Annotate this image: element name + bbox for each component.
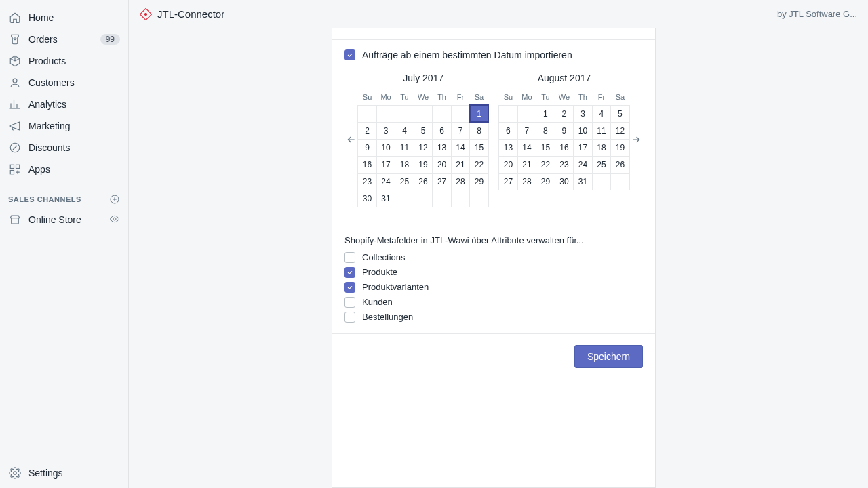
sidebar-item-analytics[interactable]: Analytics — [0, 94, 128, 115]
calendar-day[interactable]: 4 — [395, 122, 414, 139]
calendar-day[interactable]: 24 — [376, 173, 395, 190]
calendar-day[interactable]: 7 — [451, 122, 469, 139]
metafield-option: Produktvarianten — [344, 282, 643, 293]
metafield-checkbox[interactable] — [344, 282, 355, 293]
calendar-day[interactable]: 22 — [536, 156, 555, 173]
calendar-day[interactable]: 13 — [499, 139, 517, 156]
calendar-day[interactable]: 2 — [358, 122, 376, 139]
calendar-day[interactable]: 11 — [592, 122, 610, 139]
metafield-option: Collections — [344, 252, 643, 263]
metafield-label: Kunden — [362, 297, 393, 307]
sidebar-item-apps[interactable]: Apps — [0, 159, 128, 180]
calendar-day[interactable]: 21 — [517, 156, 536, 173]
calendar-day[interactable]: 9 — [555, 122, 574, 139]
calendar-grid-right[interactable]: SuMoTuWeThFrSa12345678910111213141516171… — [498, 89, 629, 190]
calendar-day[interactable]: 30 — [555, 173, 574, 190]
sidebar-item-customers[interactable]: Customers — [0, 72, 128, 94]
calendar-day[interactable]: 12 — [611, 122, 630, 139]
calendar-day[interactable]: 15 — [470, 139, 489, 156]
calendar-day[interactable]: 21 — [451, 156, 469, 173]
calendar-day[interactable]: 13 — [433, 139, 451, 156]
calendar-day[interactable]: 18 — [395, 156, 414, 173]
calendar-day[interactable]: 27 — [499, 173, 517, 190]
calendar-day[interactable]: 8 — [536, 122, 555, 139]
calendar-day[interactable]: 30 — [358, 190, 376, 207]
calendar-day[interactable]: 23 — [358, 173, 376, 190]
calendar-day[interactable]: 24 — [574, 156, 592, 173]
sidebar-item-orders[interactable]: Orders 99 — [0, 28, 128, 50]
calendar-day[interactable]: 19 — [414, 156, 433, 173]
calendar-day[interactable]: 2 — [555, 105, 574, 122]
sidebar-item-discounts[interactable]: Discounts — [0, 137, 128, 159]
svg-point-6 — [113, 218, 116, 220]
calendar-day[interactable]: 5 — [414, 122, 433, 139]
calendar-day[interactable]: 8 — [470, 122, 489, 139]
calendar-day[interactable]: 5 — [611, 105, 630, 122]
sidebar-item-home[interactable]: Home — [0, 7, 128, 28]
calendar-day[interactable]: 6 — [433, 122, 451, 139]
calendar-day[interactable]: 6 — [499, 122, 517, 139]
calendar-day[interactable]: 27 — [433, 173, 451, 190]
calendar-day[interactable]: 7 — [517, 122, 536, 139]
svg-rect-4 — [10, 171, 14, 174]
calendar-day[interactable]: 18 — [592, 139, 610, 156]
calendar-day[interactable]: 4 — [592, 105, 610, 122]
app-byline: by JTL Software G... — [777, 9, 857, 19]
calendar-day[interactable]: 31 — [574, 173, 592, 190]
calendar-day[interactable]: 1 — [536, 105, 555, 122]
sidebar-item-label: Settings — [28, 468, 120, 479]
calendar-day[interactable]: 17 — [574, 139, 592, 156]
calendar-day[interactable]: 14 — [451, 139, 469, 156]
app-title: JTL-Connector — [157, 8, 224, 20]
metafield-checkbox[interactable] — [344, 252, 355, 263]
calendar-grid-left[interactable]: SuMoTuWeThFrSa12345678910111213141516171… — [357, 89, 489, 207]
content-area: Aufträge ab einem bestimmten Datum impor… — [129, 28, 868, 488]
calendar-day[interactable]: 22 — [470, 156, 489, 173]
calendar-day[interactable]: 28 — [451, 173, 469, 190]
calendar-day[interactable]: 12 — [414, 139, 433, 156]
metafield-checkbox[interactable] — [344, 312, 355, 323]
metafield-label: Produkte — [362, 267, 397, 277]
calendar-day[interactable]: 29 — [470, 173, 489, 190]
sidebar-item-products[interactable]: Products — [0, 50, 128, 72]
calendar-month-right-title: August 2017 — [498, 73, 629, 89]
calendar-day[interactable]: 20 — [499, 156, 517, 173]
calendar-day[interactable]: 19 — [611, 139, 630, 156]
sidebar-item-online-store[interactable]: Online Store — [0, 209, 128, 230]
calendar-day[interactable]: 23 — [555, 156, 574, 173]
calendar-day[interactable]: 9 — [358, 139, 376, 156]
calendar-day[interactable]: 16 — [358, 156, 376, 173]
metafield-checkbox[interactable] — [344, 297, 355, 308]
calendar-month-left-title: July 2017 — [357, 73, 489, 89]
calendar-day[interactable]: 10 — [376, 139, 395, 156]
calendar-day[interactable]: 25 — [395, 173, 414, 190]
calendar-day[interactable]: 29 — [536, 173, 555, 190]
calendar-day[interactable]: 17 — [376, 156, 395, 173]
calendar-day[interactable]: 10 — [574, 122, 592, 139]
calendar-day[interactable]: 26 — [611, 156, 630, 173]
calendar-day[interactable]: 11 — [395, 139, 414, 156]
sidebar-item-settings[interactable]: Settings — [0, 462, 128, 488]
metafield-label: Collections — [362, 252, 406, 262]
calendar-day[interactable]: 26 — [414, 173, 433, 190]
calendar-day[interactable]: 31 — [376, 190, 395, 207]
metafields-options: CollectionsProdukteProduktvariantenKunde… — [344, 252, 643, 333]
calendar-day[interactable]: 1 — [470, 105, 489, 122]
calendar-day[interactable]: 14 — [517, 139, 536, 156]
calendar-next-icon[interactable] — [630, 133, 643, 146]
sidebar-item-label: Customers — [28, 77, 120, 88]
save-button[interactable]: Speichern — [574, 345, 643, 368]
calendar-prev-icon[interactable] — [344, 133, 357, 146]
calendar-day[interactable]: 3 — [376, 122, 395, 139]
metafield-checkbox[interactable] — [344, 267, 355, 278]
import-from-date-checkbox[interactable] — [344, 49, 355, 60]
sidebar-item-marketing[interactable]: Marketing — [0, 115, 128, 137]
calendar-day[interactable]: 15 — [536, 139, 555, 156]
calendar-day[interactable]: 20 — [433, 156, 451, 173]
calendar-day[interactable]: 25 — [592, 156, 610, 173]
view-store-icon[interactable] — [109, 214, 120, 226]
add-channel-icon[interactable] — [109, 194, 120, 205]
calendar-day[interactable]: 28 — [517, 173, 536, 190]
calendar-day[interactable]: 16 — [555, 139, 574, 156]
calendar-day[interactable]: 3 — [574, 105, 592, 122]
